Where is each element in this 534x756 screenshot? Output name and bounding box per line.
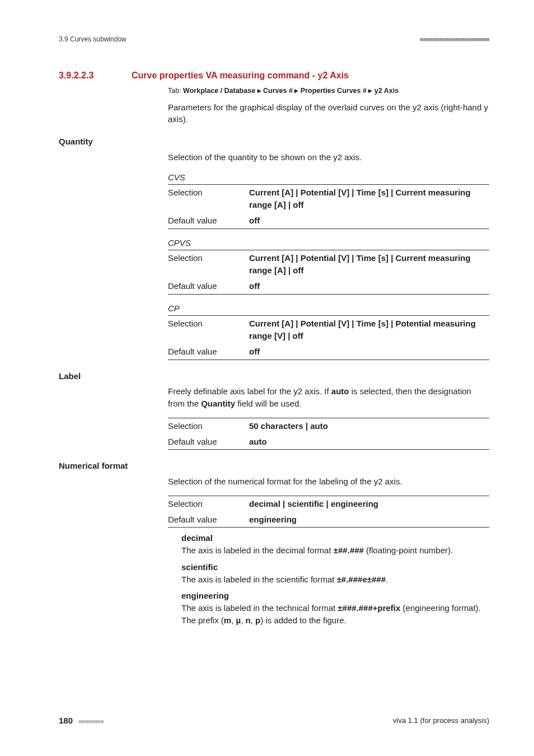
definition-engineering: engineering The axis is labeled in the t… — [181, 590, 489, 626]
label-heading: Label — [59, 370, 489, 382]
cell-label: Selection — [168, 418, 249, 433]
footer-right: viva 1.1 (for process analysis) — [393, 716, 489, 726]
def-title: engineering — [181, 590, 489, 602]
table-row: Default value off — [168, 344, 489, 360]
table-cpvs: Selection Current [A] | Potential [V] | … — [168, 250, 489, 294]
section-title: Curve properties VA measuring command - … — [132, 69, 349, 82]
def-desc: The axis is labeled in the technical for… — [181, 602, 489, 627]
cell-label: Selection — [168, 496, 249, 511]
cell-label: Default value — [168, 278, 249, 294]
def-desc: The axis is labeled in the scientific fo… — [181, 573, 489, 586]
table-numformat: Selection decimal | scientific | enginee… — [168, 496, 489, 528]
group-name-cvs: CVS — [168, 171, 489, 184]
table-row: Default value off — [168, 278, 489, 294]
table-label: Selection 50 characters | auto Default v… — [168, 418, 489, 450]
group-name-cp: CP — [168, 302, 489, 315]
cell-label: Default value — [168, 512, 249, 528]
cell-label: Default value — [168, 344, 249, 360]
def-desc: The axis is labeled in the decimal forma… — [181, 544, 489, 557]
table-row: Default value auto — [168, 434, 489, 450]
tab-path-text: Workplace / Database ▸ Curves # ▸ Proper… — [183, 87, 399, 95]
page-header: 3.9 Curves subwindow ■■■■■■■■■■■■■■■■■■■… — [59, 35, 489, 44]
numformat-heading: Numerical format — [59, 460, 489, 472]
cell-label: Selection — [168, 185, 249, 213]
definition-scientific: scientific The axis is labeled in the sc… — [181, 561, 489, 586]
table-row: Selection Current [A] | Potential [V] | … — [168, 185, 489, 213]
table-row: Selection Current [A] | Potential [V] | … — [168, 316, 489, 344]
tab-prefix: Tab: — [168, 87, 183, 95]
cell-label: Selection — [168, 316, 249, 344]
cell-label: Selection — [168, 250, 249, 278]
table-row: Selection Current [A] | Potential [V] | … — [168, 250, 489, 278]
quantity-heading: Quantity — [59, 136, 489, 148]
table-row: Selection 50 characters | auto — [168, 418, 489, 433]
footer-left: 180 ■■■■■■■■ — [59, 715, 104, 727]
def-title: decimal — [181, 532, 489, 544]
cell-value: decimal | scientific | engineering — [249, 496, 489, 511]
cell-value: off — [249, 213, 489, 228]
table-row: Default value off — [168, 213, 489, 228]
quantity-desc: Selection of the quantity to be shown on… — [168, 151, 489, 164]
cell-value: auto — [249, 434, 489, 450]
cell-value: off — [249, 278, 489, 294]
header-dashes: ■■■■■■■■■■■■■■■■■■■■■■ — [420, 35, 489, 44]
tab-path: Tab: Workplace / Database ▸ Curves # ▸ P… — [168, 86, 489, 96]
label-desc: Freely definable axis label for the y2 a… — [168, 385, 489, 410]
page-footer: 180 ■■■■■■■■ viva 1.1 (for process analy… — [59, 715, 489, 727]
footer-dashes: ■■■■■■■■ — [78, 718, 104, 725]
cell-value: Current [A] | Potential [V] | Time [s] |… — [249, 316, 489, 344]
header-left: 3.9 Curves subwindow — [59, 35, 127, 44]
cell-label: Default value — [168, 434, 249, 450]
section-heading-row: 3.9.2.2.3 Curve properties VA measuring … — [59, 69, 489, 82]
cell-value: Current [A] | Potential [V] | Time [s] |… — [249, 185, 489, 213]
page-number: 180 — [59, 716, 73, 725]
definition-decimal: decimal The axis is labeled in the decim… — [181, 532, 489, 557]
numformat-desc: Selection of the numerical format for th… — [168, 475, 489, 488]
table-row: Default value engineering — [168, 512, 489, 528]
group-name-cpvs: CPVS — [168, 237, 489, 249]
cell-value: engineering — [249, 512, 489, 528]
cell-value: 50 characters | auto — [249, 418, 489, 433]
table-row: Selection decimal | scientific | enginee… — [168, 496, 489, 511]
cell-value: off — [249, 344, 489, 360]
section-number: 3.9.2.2.3 — [59, 69, 132, 82]
table-cvs: Selection Current [A] | Potential [V] | … — [168, 184, 489, 228]
table-cp: Selection Current [A] | Potential [V] | … — [168, 315, 489, 360]
intro-paragraph: Parameters for the graphical display of … — [168, 101, 489, 126]
def-title: scientific — [181, 561, 489, 573]
cell-value: Current [A] | Potential [V] | Time [s] |… — [249, 250, 489, 278]
cell-label: Default value — [168, 213, 249, 228]
